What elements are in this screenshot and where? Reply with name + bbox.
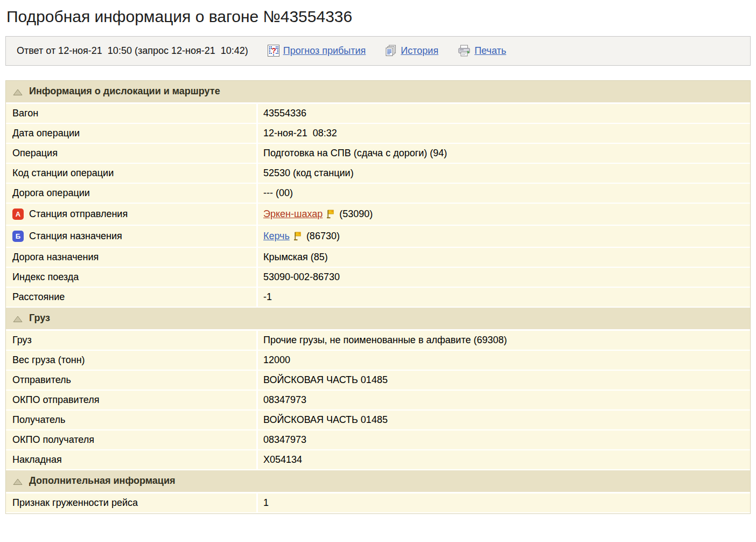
table-row-sender-okpo: ОКПО отправителя 08347973 (6, 391, 750, 411)
table-row-destination-road: Дорога назначения Крымская (85) (6, 248, 750, 268)
arrival-forecast-link[interactable]: Прогноз прибытия (283, 45, 366, 57)
row-label: Индекс поезда (6, 268, 258, 287)
section-header-additional[interactable]: Дополнительная информация (6, 470, 750, 494)
table-row-operation-road: Дорога операции --- (00) (6, 184, 750, 204)
row-value: 52530 (код станции) (258, 164, 750, 183)
table-row-receiver-okpo: ОКПО получателя 08347973 (6, 430, 750, 450)
row-label: А Станция отправления (6, 204, 258, 225)
table-row-operation-station-code: Код станции операции 52530 (код станции) (6, 164, 750, 184)
table-row-sender: Отправитель ВОЙСКОВАЯ ЧАСТЬ 01485 (6, 371, 750, 391)
print-link-group: Печать (458, 45, 506, 57)
table-row-receiver: Получатель ВОЙСКОВАЯ ЧАСТЬ 01485 (6, 411, 750, 430)
section-title: Дополнительная информация (29, 475, 175, 487)
row-label: Код станции операции (6, 164, 258, 183)
station-flag-icon[interactable] (327, 210, 335, 219)
station-flag-icon[interactable] (294, 232, 302, 241)
table-row-departure-station: А Станция отправления Эркен-шахар (53090… (6, 204, 750, 226)
table-row-operation: Операция Подготовка на СПВ (сдача с доро… (6, 144, 750, 164)
print-icon[interactable] (458, 45, 471, 57)
row-value: Крымская (85) (258, 248, 750, 267)
print-link[interactable]: Печать (474, 45, 506, 57)
toolbar: Ответ от 12-ноя-21 10:50 (запрос 12-ноя-… (5, 36, 751, 66)
table-row-distance: Расстояние -1 (6, 288, 750, 308)
wagon-detail-page: Подробная информация о вагоне №43554336 … (0, 0, 756, 514)
history-link-group: История (385, 45, 438, 57)
route-point-a-icon: А (12, 209, 24, 220)
row-label: Признак груженности рейса (6, 494, 258, 512)
page-title: Подробная информация о вагоне №43554336 (6, 6, 751, 27)
row-value: Подготовка на СПВ (сдача с дороги) (94) (258, 144, 750, 163)
history-link[interactable]: История (401, 45, 438, 57)
row-value: ВОЙСКОВАЯ ЧАСТЬ 01485 (258, 371, 750, 390)
collapse-triangle-icon[interactable] (13, 315, 23, 323)
row-value: -1 (258, 288, 750, 307)
row-label: Дорога операции (6, 184, 258, 203)
row-value: Прочие грузы, не поименованные в алфавит… (258, 331, 750, 350)
row-value: Керчь (86730) (258, 226, 750, 247)
row-value: 12-ноя-21 08:32 (258, 124, 750, 143)
row-label: Накладная (6, 450, 258, 469)
table-row-cargo: Груз Прочие грузы, не поименованные в ал… (6, 331, 750, 351)
row-label: Б Станция назначения (6, 226, 258, 247)
table-row-wagon: Вагон 43554336 (6, 104, 750, 124)
table-row-cargo-weight: Вес груза (тонн) 12000 (6, 351, 750, 371)
forecast-link-group: Прогноз прибытия (268, 45, 366, 57)
response-timestamp: Ответ от 12-ноя-21 10:50 (запрос 12-ноя-… (17, 45, 248, 57)
row-value: Х054134 (258, 450, 750, 469)
table-row-operation-date: Дата операции 12-ноя-21 08:32 (6, 124, 750, 144)
row-value: 1 (258, 494, 750, 512)
row-value: 53090-002-86730 (258, 268, 750, 287)
row-value: Эркен-шахар (53090) (258, 204, 750, 225)
station-code: (86730) (306, 231, 340, 242)
row-value: 08347973 (258, 430, 750, 449)
row-label: ОКПО получателя (6, 430, 258, 449)
row-value: ВОЙСКОВАЯ ЧАСТЬ 01485 (258, 411, 750, 429)
row-label: Получатель (6, 411, 258, 429)
destination-station-link[interactable]: Керчь (263, 231, 290, 242)
row-value: --- (00) (258, 184, 750, 203)
section-header-dislocation[interactable]: Информация о дислокации и маршруте (6, 81, 750, 104)
row-label: Операция (6, 144, 258, 163)
departure-station-link[interactable]: Эркен-шахар (263, 209, 323, 220)
row-label: Отправитель (6, 371, 258, 390)
row-label: Дата операции (6, 124, 258, 143)
collapse-triangle-icon[interactable] (13, 478, 23, 485)
section-title: Груз (29, 312, 50, 324)
station-code: (53090) (339, 209, 373, 220)
row-label: Дорога назначения (6, 248, 258, 267)
row-value: 43554336 (258, 104, 750, 123)
row-label: Груз (6, 331, 258, 350)
row-label: ОКПО отправителя (6, 391, 258, 409)
history-icon[interactable] (385, 45, 397, 57)
table-row-train-index: Индекс поезда 53090-002-86730 (6, 268, 750, 288)
table-row-waybill: Накладная Х054134 (6, 450, 750, 470)
wagon-info-table: Информация о дислокации и маршруте Вагон… (5, 80, 751, 514)
row-label: Вес груза (тонн) (6, 351, 258, 370)
section-header-cargo[interactable]: Груз (6, 308, 750, 331)
row-value: 08347973 (258, 391, 750, 409)
table-row-loaded-flag: Признак груженности рейса 1 (6, 494, 750, 513)
row-label: Вагон (6, 104, 258, 123)
arrival-forecast-icon[interactable] (268, 45, 279, 57)
row-label: Расстояние (6, 288, 258, 307)
table-row-destination-station: Б Станция назначения Керчь (86730) (6, 226, 750, 248)
collapse-triangle-icon[interactable] (13, 88, 23, 96)
route-point-b-icon: Б (12, 231, 24, 242)
row-value: 12000 (258, 351, 750, 370)
section-title: Информация о дислокации и маршруте (29, 86, 220, 97)
